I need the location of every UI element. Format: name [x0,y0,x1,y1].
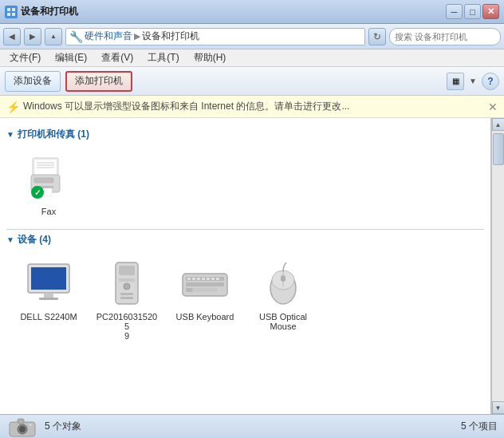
toolbar: 添加设备 添加打印机 ▦ ▼ ? [0,67,504,96]
close-button[interactable]: ✕ [482,4,499,19]
view-toggle-button[interactable]: ▦ [447,73,464,90]
scroll-thumb[interactable] [493,133,504,165]
list-item[interactable]: DELL S2240M [13,253,85,345]
menu-tools[interactable]: 工具(T) [141,49,185,66]
svg-rect-0 [7,8,10,11]
main-area: ▼ 打印机和传真 (1) [0,118,504,414]
svg-rect-29 [192,288,218,292]
minimize-button[interactable]: ─ [446,4,463,19]
svg-rect-20 [119,266,135,275]
window-icon [5,6,18,18]
up-button[interactable]: ▲ [45,28,62,45]
mouse-label: USB Optical Mouse [252,312,314,331]
menu-help[interactable]: 帮助(H) [187,49,233,66]
svg-rect-17 [44,293,53,298]
menu-edit[interactable]: 编辑(E) [49,49,93,66]
info-close-button[interactable]: ✕ [488,101,498,113]
devices-collapse-arrow[interactable]: ▼ [6,235,14,244]
status-icon-area [6,417,38,436]
forward-icon: ▶ [30,32,36,41]
svg-rect-1 [12,8,15,11]
svg-rect-27 [186,282,224,286]
breadcrumb-sep: ▶ [134,31,140,41]
info-icon: ⚡ [6,101,20,113]
back-icon: ◀ [9,32,15,41]
svg-rect-18 [39,298,58,300]
svg-rect-33 [202,278,205,280]
menu-view[interactable]: 查看(V) [95,49,140,66]
svg-rect-16 [31,267,66,290]
monitor-icon [23,258,74,309]
svg-rect-2 [7,13,10,16]
maximize-button[interactable]: □ [464,4,481,19]
devices-section-label: 设备 (4) [18,233,51,247]
search-input[interactable] [395,32,504,41]
breadcrumb: 🔧 硬件和声音 ▶ 设备和打印机 [65,28,365,45]
fax-icon: ✓ [23,152,74,203]
scroll-track[interactable] [492,131,504,401]
svg-rect-34 [207,278,210,280]
scroll-up-arrow[interactable]: ▲ [492,118,505,131]
info-text[interactable]: Windows 可以显示增强型设备图标和来自 Internet 的信息。请单击进… [23,100,485,113]
mouse-icon [258,258,309,309]
svg-rect-40 [281,275,285,282]
status-count: 5 个对象 [45,420,81,433]
svg-rect-22 [120,293,133,295]
view-dropdown-arrow[interactable]: ▼ [467,77,478,85]
forward-button[interactable]: ▶ [24,28,41,45]
devices-section-header: ▼ 设备 (4) [6,233,484,247]
status-items: 5 个项目 [461,420,498,433]
breadcrumb-part2: 设备和打印机 [142,30,199,43]
address-bar: ◀ ▶ ▲ 🔧 硬件和声音 ▶ 设备和打印机 ↻ 🔍 [0,24,504,49]
menu-bar: 文件(F) 编辑(E) 查看(V) 工具(T) 帮助(H) [0,49,504,67]
status-bar: 5 个对象 5 个项目 [0,414,504,438]
title-bar: 设备和打印机 ─ □ ✕ [0,0,504,24]
svg-rect-3 [12,13,15,16]
svg-rect-45 [29,424,32,426]
search-box: 🔍 [389,28,501,45]
keyboard-label: USB Keyboard [176,312,234,322]
printers-section-label: 打印机和传真 (1) [18,128,89,141]
computer-label: PC201603152059 [96,312,158,341]
monitor-label: DELL S2240M [20,312,77,322]
title-bar-left: 设备和打印机 [5,5,78,18]
content-panel: ▼ 打印机和传真 (1) [0,118,491,414]
list-item[interactable]: PC201603152059 [91,253,163,345]
list-item[interactable]: USB Keyboard [169,253,241,345]
refresh-button[interactable]: ↻ [368,28,386,45]
info-bar: ⚡ Windows 可以显示增强型设备图标和来自 Internet 的信息。请单… [0,96,504,118]
svg-point-21 [124,283,130,290]
svg-rect-32 [197,278,200,280]
svg-point-43 [19,426,26,432]
breadcrumb-icon: 🔧 [69,30,83,43]
printers-collapse-arrow[interactable]: ▼ [6,130,14,139]
svg-rect-23 [120,297,133,299]
add-printer-button[interactable]: 添加打印机 [65,71,132,92]
svg-rect-44 [18,419,24,424]
title-controls: ─ □ ✕ [446,4,499,19]
computer-icon [101,258,152,309]
printers-grid: ✓ Fax [6,148,484,227]
scroll-down-arrow[interactable]: ▼ [492,401,505,414]
svg-rect-36 [216,278,219,280]
add-device-button[interactable]: 添加设备 [5,71,61,92]
breadcrumb-part1[interactable]: 硬件和声音 [85,30,132,43]
devices-grid: DELL S2240M PC201603152059 [6,253,484,352]
svg-text:✓: ✓ [34,188,41,197]
printers-section-header: ▼ 打印机和传真 (1) [6,128,484,141]
svg-rect-31 [192,278,195,280]
toolbar-right: ▦ ▼ ? [447,73,499,90]
list-item[interactable]: USB Optical Mouse [247,253,319,345]
window-title: 设备和打印机 [21,5,78,18]
list-item[interactable]: ✓ Fax [13,148,85,221]
help-button[interactable]: ? [482,73,499,90]
svg-rect-24 [119,278,135,282]
back-button[interactable]: ◀ [3,28,21,45]
fax-label: Fax [41,207,56,216]
scrollbar[interactable]: ▲ ▼ [491,118,504,414]
svg-rect-30 [187,278,191,280]
menu-file[interactable]: 文件(F) [3,49,47,66]
svg-rect-10 [34,178,53,183]
svg-rect-35 [211,278,215,280]
section-divider [6,229,484,230]
